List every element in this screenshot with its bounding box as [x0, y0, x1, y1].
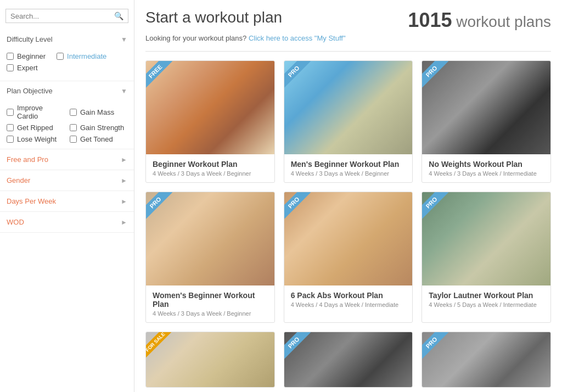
get-ripped-checkbox[interactable]: Get Ripped	[7, 124, 64, 132]
search-input[interactable]	[10, 12, 114, 20]
card-image: PRO	[422, 192, 550, 285]
plan-count-number: 1015	[408, 9, 452, 31]
badge-label: PRO	[146, 192, 172, 220]
card-title: Women's Beginner Workout Plan	[153, 291, 268, 309]
gain-mass-checkbox[interactable]: Gain Mass	[70, 104, 127, 120]
card-image: PRO	[146, 192, 274, 285]
wod-label: WOD	[7, 218, 24, 226]
difficulty-row-1: Beginner Intermediate	[7, 52, 127, 60]
card-image: FOR SALE	[146, 332, 274, 387]
card-badge: PRO	[284, 192, 316, 224]
days-per-week-filter[interactable]: Days Per Week ►	[0, 191, 134, 212]
beginner-checkbox[interactable]: Beginner	[7, 52, 46, 60]
search-icon: 🔍	[114, 12, 123, 20]
get-toned-checkbox[interactable]: Get Toned	[70, 135, 127, 143]
card-title: No Weights Workout Plan	[429, 160, 544, 169]
card-badge: PRO	[422, 61, 454, 93]
card-title: Taylor Lautner Workout Plan	[429, 291, 544, 300]
badge-label: PRO	[284, 192, 311, 220]
main-content: Start a workout plan 1015 workout plans …	[134, 0, 562, 392]
difficulty-row-2: Expert	[7, 64, 127, 72]
chevron-right-icon: ►	[121, 156, 127, 164]
gender-filter[interactable]: Gender ►	[0, 170, 134, 191]
cards-grid: FREE Beginner Workout Plan 4 Weeks / 3 D…	[145, 60, 551, 388]
chevron-down-icon: ▼	[121, 87, 127, 95]
badge-label: FREE	[146, 61, 172, 88]
card-info: Men's Beginner Workout Plan 4 Weeks / 3 …	[284, 154, 413, 182]
lose-weight-checkbox[interactable]: Lose Weight	[7, 135, 64, 143]
card-image: FREE	[146, 61, 274, 154]
workout-card[interactable]: PRO 6 Pack Abs Workout Plan 4 Weeks / 4 …	[284, 192, 413, 323]
plan-count: 1015 workout plans	[408, 9, 551, 32]
plan-objective-filter-label: Plan Objective	[7, 87, 53, 95]
card-title: Men's Beginner Workout Plan	[291, 160, 406, 169]
chevron-right-icon: ►	[121, 177, 127, 184]
difficulty-filter-header[interactable]: Difficulty Level ▼	[0, 30, 134, 49]
card-badge: PRO	[422, 192, 454, 224]
sub-header: Looking for your workout plans? Click he…	[145, 34, 551, 42]
card-badge: PRO	[284, 332, 316, 364]
card-badge: FOR SALE	[146, 332, 178, 364]
card-image: PRO	[284, 192, 413, 285]
card-meta: 4 Weeks / 3 Days a Week / Intermediate	[429, 170, 544, 177]
plan-objective-grid: Improve Cardio Gain Mass Get Ripped Gain…	[7, 104, 127, 143]
page-title: Start a workout plan	[145, 9, 282, 26]
gender-label: Gender	[7, 176, 30, 184]
card-meta: 4 Weeks / 3 Days a Week / Beginner	[291, 170, 406, 177]
card-image: PRO	[284, 61, 413, 154]
intermediate-checkbox[interactable]: Intermediate	[57, 52, 106, 60]
days-per-week-label: Days Per Week	[7, 197, 56, 205]
card-info: Taylor Lautner Workout Plan 4 Weeks / 5 …	[422, 285, 550, 313]
sidebar: 🔍 Difficulty Level ▼ Beginner Intermedia…	[0, 0, 134, 392]
card-title: Beginner Workout Plan	[153, 160, 268, 169]
sub-header-text: Looking for your workout plans?	[145, 34, 246, 42]
badge-label: PRO	[422, 61, 448, 88]
card-info: Beginner Workout Plan 4 Weeks / 3 Days a…	[146, 154, 274, 182]
card-meta: 4 Weeks / 3 Days a Week / Beginner	[153, 310, 268, 317]
search-box[interactable]: 🔍	[5, 9, 128, 23]
free-and-pro-filter[interactable]: Free and Pro ►	[0, 149, 134, 170]
card-badge: PRO	[284, 61, 316, 93]
difficulty-options: Beginner Intermediate Expert	[0, 49, 134, 81]
workout-card[interactable]: PRO	[422, 332, 551, 388]
badge-label: PRO	[284, 332, 311, 360]
plan-objective-filter-header[interactable]: Plan Objective ▼	[0, 81, 134, 100]
workout-card[interactable]: PRO Taylor Lautner Workout Plan 4 Weeks …	[422, 192, 551, 323]
card-badge: FREE	[146, 61, 178, 93]
wod-filter[interactable]: WOD ►	[0, 212, 134, 233]
expert-checkbox[interactable]: Expert	[7, 64, 38, 72]
plan-count-label: workout plans	[456, 13, 551, 30]
plan-objective-filter-section: Plan Objective ▼ Improve Cardio Gain Mas…	[0, 81, 134, 149]
plan-objective-options: Improve Cardio Gain Mass Get Ripped Gain…	[0, 100, 134, 149]
workout-card[interactable]: FOR SALE	[145, 332, 275, 388]
badge-label: FOR SALE	[146, 332, 172, 359]
main-header: Start a workout plan 1015 workout plans	[145, 9, 551, 32]
card-title: 6 Pack Abs Workout Plan	[291, 291, 406, 300]
card-badge: PRO	[146, 192, 178, 224]
chevron-right-icon: ►	[121, 198, 127, 205]
card-image: PRO	[422, 61, 550, 154]
workout-card[interactable]: PRO	[284, 332, 413, 388]
card-meta: 4 Weeks / 5 Days a Week / Intermediate	[429, 301, 544, 308]
card-image: PRO	[422, 332, 550, 387]
badge-label: PRO	[422, 192, 448, 220]
improve-cardio-checkbox[interactable]: Improve Cardio	[7, 104, 64, 120]
card-image: PRO	[284, 332, 413, 387]
chevron-right-icon: ►	[121, 219, 127, 226]
chevron-down-icon: ▼	[121, 36, 127, 43]
card-info: No Weights Workout Plan 4 Weeks / 3 Days…	[422, 154, 550, 182]
divider	[145, 51, 551, 52]
workout-card[interactable]: PRO Women's Beginner Workout Plan 4 Week…	[145, 192, 275, 323]
difficulty-filter-label: Difficulty Level	[7, 35, 53, 43]
workout-card[interactable]: PRO Men's Beginner Workout Plan 4 Weeks …	[284, 60, 413, 183]
gain-strength-checkbox[interactable]: Gain Strength	[70, 124, 127, 132]
badge-label: PRO	[422, 332, 448, 360]
my-stuff-link[interactable]: Click here to access "My Stuff"	[249, 34, 346, 42]
difficulty-filter-section: Difficulty Level ▼ Beginner Intermediate…	[0, 30, 134, 81]
workout-card[interactable]: FREE Beginner Workout Plan 4 Weeks / 3 D…	[145, 60, 275, 183]
workout-card[interactable]: PRO No Weights Workout Plan 4 Weeks / 3 …	[422, 60, 551, 183]
card-info: Women's Beginner Workout Plan 4 Weeks / …	[146, 285, 274, 322]
badge-label: PRO	[284, 61, 311, 88]
card-badge: PRO	[422, 332, 454, 364]
card-meta: 4 Weeks / 3 Days a Week / Beginner	[153, 170, 268, 177]
